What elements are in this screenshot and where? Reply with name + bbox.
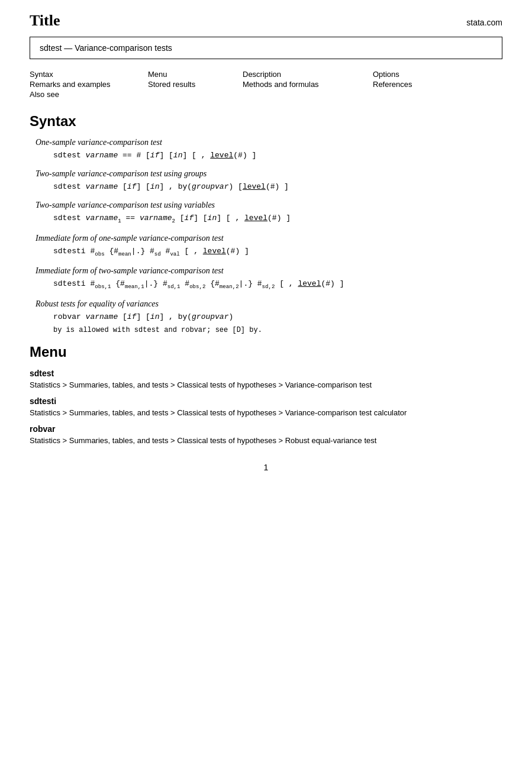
nav-remarks[interactable]: Remarks and examples: [30, 80, 148, 89]
menu-section: Menu sdtest Statistics > Summaries, tabl…: [30, 344, 502, 445]
syntax-block-4: Immediate form of one-sample variance-co…: [30, 234, 502, 257]
syntax-section: Syntax One-sample variance-comparison te…: [30, 113, 502, 334]
page-title: Title: [30, 12, 60, 30]
nav-options[interactable]: Options: [373, 70, 467, 79]
syntax-block-1: One-sample variance-comparison test sdte…: [30, 138, 502, 160]
nav-description[interactable]: Description: [243, 70, 373, 79]
title-box: sdtest — Variance-comparison tests: [30, 37, 502, 59]
syntax-label-1: One-sample variance-comparison test: [36, 138, 502, 147]
page-header: Title stata.com: [30, 12, 502, 30]
syntax-block-2: Two-sample variance-comparison test usin…: [30, 169, 502, 191]
syntax-label-5: Immediate form of two-sample variance-co…: [36, 266, 502, 276]
stata-url: stata.com: [466, 18, 502, 27]
menu-item-sdtest: sdtest Statistics > Summaries, tables, a…: [30, 369, 502, 389]
syntax-block-3: Two-sample variance-comparison test usin…: [30, 201, 502, 224]
syntax-line-4: sdtesti #obs {#mean|.} #sd #val [ , leve…: [53, 247, 502, 257]
nav-links: Syntax Menu Description Options Remarks …: [30, 70, 502, 99]
nav-also-see[interactable]: Also see: [30, 90, 148, 99]
syntax-line-2: sdtest varname [if] [in] , by(groupvar) …: [53, 182, 502, 191]
menu-item-sdtesti: sdtesti Statistics > Summaries, tables, …: [30, 396, 502, 417]
page-number: 1: [30, 463, 502, 472]
menu-item-sdtest-path: Statistics > Summaries, tables, and test…: [30, 380, 502, 389]
syntax-line-3: sdtest varname1 == varname2 [if] [in] [ …: [53, 214, 502, 224]
syntax-block-5: Immediate form of two-sample variance-co…: [30, 266, 502, 290]
nav-menu[interactable]: Menu: [148, 70, 243, 79]
nav-methods[interactable]: Methods and formulas: [243, 80, 373, 89]
syntax-heading: Syntax: [30, 113, 502, 130]
syntax-note: by is allowed with sdtest and robvar; se…: [53, 326, 502, 334]
syntax-label-4: Immediate form of one-sample variance-co…: [36, 234, 502, 243]
syntax-line-6: robvar varname [if] [in] , by(groupvar): [53, 312, 502, 321]
menu-item-sdtest-title: sdtest: [30, 369, 502, 378]
menu-item-robvar-path: Statistics > Summaries, tables, and test…: [30, 436, 502, 445]
menu-heading: Menu: [30, 344, 502, 360]
nav-syntax[interactable]: Syntax: [30, 70, 148, 79]
title-box-text: sdtest — Variance-comparison tests: [40, 43, 172, 53]
menu-item-sdtesti-path: Statistics > Summaries, tables, and test…: [30, 408, 502, 417]
nav-stored-results[interactable]: Stored results: [148, 80, 243, 89]
menu-item-robvar-title: robvar: [30, 424, 502, 434]
syntax-block-6: Robust tests for equality of variances r…: [30, 299, 502, 321]
syntax-label-6: Robust tests for equality of variances: [36, 299, 502, 309]
syntax-line-1: sdtest varname == # [if] [in] [ , level(…: [53, 151, 502, 160]
nav-references[interactable]: References: [373, 80, 467, 89]
menu-item-sdtesti-title: sdtesti: [30, 396, 502, 406]
syntax-label-3: Two-sample variance-comparison test usin…: [36, 201, 502, 210]
menu-item-robvar: robvar Statistics > Summaries, tables, a…: [30, 424, 502, 445]
syntax-label-2: Two-sample variance-comparison test usin…: [36, 169, 502, 179]
syntax-line-5: sdtesti #obs,1 {#mean,1|.} #sd,1 #obs,2 …: [53, 279, 502, 290]
